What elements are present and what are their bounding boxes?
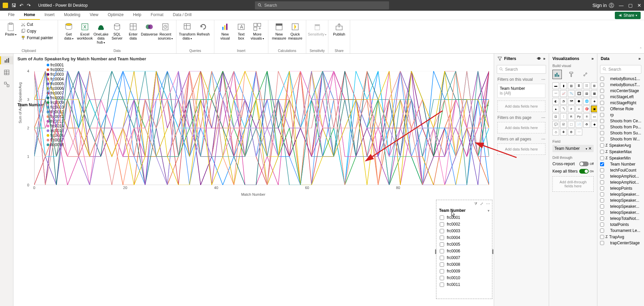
data-field[interactable]: Shoots from Su... [599, 130, 643, 136]
viz-type-icon[interactable]: ⬚ [568, 121, 575, 128]
data-field[interactable]: trapCenterStage [599, 240, 643, 246]
keep-filters-toggle[interactable] [579, 169, 589, 174]
copy-button[interactable]: Copy [19, 28, 54, 34]
viz-type-icon[interactable]: ▭ [591, 113, 598, 120]
viz-type-icon[interactable]: 🌐 [583, 98, 590, 105]
slicer-item[interactable]: frc0008 [439, 261, 489, 268]
slicer-item[interactable]: frc0003 [439, 228, 489, 234]
viz-type-icon[interactable]: 📄 [576, 121, 582, 128]
slicer-item[interactable]: frc0006 [439, 248, 489, 254]
minimize-icon[interactable]: — [619, 3, 624, 8]
tab-format[interactable]: Format [146, 10, 168, 20]
signin-button[interactable]: Sign in [592, 3, 614, 8]
tab-insert[interactable]: Insert [40, 10, 59, 20]
cross-report-toggle[interactable] [579, 162, 589, 166]
viz-type-icon[interactable]: ▲ [552, 106, 559, 112]
slicer-filter-icon[interactable]: ⧩ [474, 201, 477, 206]
viz-type-icon[interactable]: ⚙ [568, 129, 575, 135]
report-view-icon[interactable] [0, 56, 13, 64]
data-field[interactable]: ΣSpeakerMax [599, 148, 643, 155]
transform-data-button[interactable]: Transform data [180, 21, 195, 48]
publish-button[interactable]: Publish [332, 21, 346, 48]
close-icon[interactable]: ✕ [637, 3, 641, 8]
get-data-button[interactable]: Get data [61, 21, 76, 48]
viz-type-icon[interactable]: ☷ [583, 82, 590, 89]
data-field[interactable]: Tournament Le... [599, 228, 643, 234]
all-filter-drop[interactable]: Add data fields here [497, 143, 545, 155]
viz-type-icon[interactable]: # [568, 106, 575, 112]
data-field[interactable]: ΣSpeakerMin [599, 155, 643, 161]
data-search[interactable]: Search [600, 65, 641, 74]
viz-type-icon[interactable]: ≣ [576, 82, 582, 89]
viz-type-icon[interactable]: 🗺 [568, 98, 575, 105]
viz-type-icon[interactable]: ▤ [583, 90, 590, 97]
data-field[interactable]: micStageRight [599, 100, 643, 106]
viz-type-icon[interactable]: ◔ [560, 98, 567, 105]
build-tab-icon[interactable] [552, 70, 562, 79]
tab-home[interactable]: Home [19, 10, 40, 20]
data-field[interactable]: Shoots from W... [599, 136, 643, 142]
slicer-item[interactable]: frc0002 [439, 221, 489, 228]
undo-icon[interactable]: ↶ [19, 3, 23, 8]
paste-button[interactable]: Paste [3, 21, 18, 48]
data-field[interactable]: micStageLeft [599, 94, 643, 100]
viz-type-icon[interactable]: 💬 [552, 121, 559, 128]
slicer-item[interactable]: frc0005 [439, 241, 489, 248]
viz-type-icon[interactable]: ❖ [560, 129, 567, 135]
tab-modeling[interactable]: Modeling [59, 10, 85, 20]
data-field[interactable]: teleopTotalNot... [599, 216, 643, 222]
tab-file[interactable]: File [3, 10, 19, 20]
format-painter-button[interactable]: Format painter [19, 35, 54, 41]
viz-type-icon[interactable]: ⊞ [591, 82, 598, 89]
refresh-button[interactable]: Refresh [196, 21, 211, 48]
eye-icon[interactable]: 👁 [537, 56, 541, 61]
viz-type-icon[interactable]: R [568, 113, 575, 120]
report-canvas[interactable]: Sum of Auto SpeakerAvg by Match Number a… [13, 54, 494, 306]
slicer-focus-icon[interactable]: ⤢ [480, 201, 483, 206]
viz-type-icon[interactable]: ⊡ [552, 113, 559, 120]
slicer-item[interactable]: frc0011 [439, 281, 489, 288]
slicer-item[interactable]: frc0010 [439, 274, 489, 281]
slicer-item[interactable]: frc0007 [439, 254, 489, 261]
viz-type-icon[interactable]: ⋮ [560, 113, 567, 120]
sql-server-button[interactable]: SQL Server [110, 21, 124, 48]
drillthrough-drop[interactable]: Add drill-through fields here [552, 176, 594, 192]
data-field[interactable]: melodyBonus1... [599, 76, 643, 82]
filters-search[interactable]: Search [497, 65, 546, 74]
visual-filter-drop[interactable]: Add data fields here [497, 101, 545, 112]
viz-type-icon[interactable]: ≡ [576, 106, 582, 112]
data-field[interactable]: teleopSpeaker... [599, 203, 643, 209]
onelake-button[interactable]: OneLake data hub [94, 21, 108, 48]
redo-icon[interactable]: ↷ [27, 3, 31, 8]
viz-type-icon[interactable]: 📉 [568, 90, 575, 97]
data-field[interactable]: teleopPoints [599, 185, 643, 191]
data-field[interactable]: ΣTrapAvg [599, 234, 643, 240]
data-field[interactable]: Shoots from Po... [599, 124, 643, 130]
viz-type-icon[interactable]: Py [576, 113, 582, 120]
data-field[interactable]: teleopAmpNot... [599, 179, 643, 185]
viz-type-icon[interactable]: ◆ [591, 121, 598, 128]
new-visual-button[interactable]: New visual [218, 21, 232, 48]
viz-type-icon[interactable]: ♻ [583, 121, 590, 128]
field-well-team[interactable]: Team Number▾ ✕ [552, 145, 594, 152]
viz-type-icon[interactable]: ◐ [552, 98, 559, 105]
viz-type-icon[interactable]: 〽 [560, 106, 567, 112]
legend-item[interactable]: frc0001 [47, 63, 64, 67]
viz-type-icon[interactable]: ⎘ [583, 113, 590, 120]
viz-type-icon[interactable]: ◇ [552, 129, 559, 135]
viz-type-icon[interactable]: ◈ [591, 98, 598, 105]
line-chart-visual[interactable]: Sum of Auto SpeakerAvg by Match Number a… [14, 54, 492, 198]
tab-help[interactable]: Help [128, 10, 146, 20]
collapse-icon[interactable]: » [543, 56, 545, 61]
viz-type-icon[interactable]: ▮ [560, 82, 567, 89]
model-view-icon[interactable] [3, 80, 11, 88]
save-icon[interactable]: 🖫 [11, 3, 16, 8]
data-field[interactable]: rp [599, 112, 643, 118]
more-visuals-button[interactable]: +More visuals [250, 21, 265, 48]
page-filter-drop[interactable]: Add data fields here [497, 122, 545, 133]
viz-type-icon[interactable]: 📈 [560, 90, 567, 97]
data-field[interactable]: teleopSpeaker... [599, 191, 643, 197]
slicer-item[interactable]: frc0001 [439, 214, 489, 221]
viz-type-icon[interactable]: ▦ [591, 90, 598, 97]
table-view-icon[interactable] [3, 68, 11, 76]
